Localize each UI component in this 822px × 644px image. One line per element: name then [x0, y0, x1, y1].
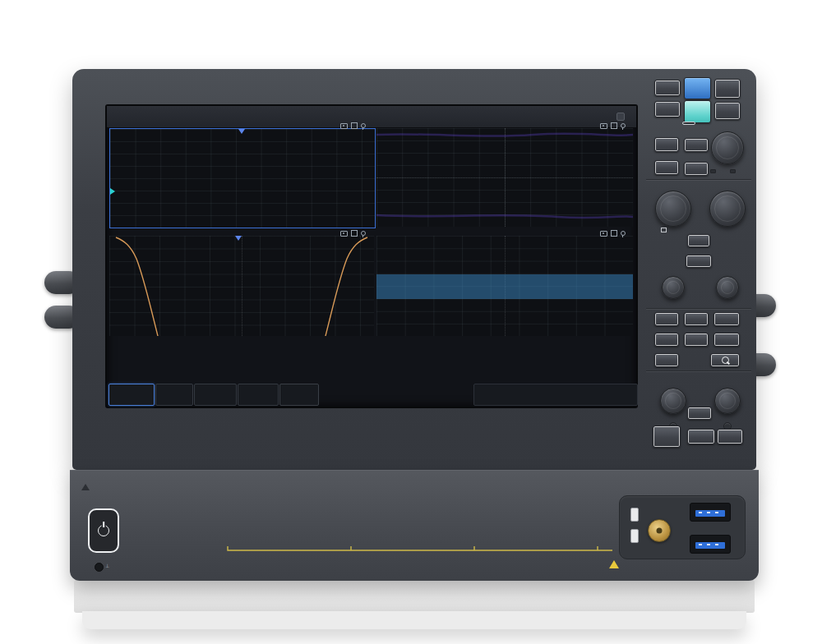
vertical-scale-knob[interactable] — [655, 191, 691, 227]
pane-toolbar — [600, 122, 626, 129]
trigger-level — [568, 391, 598, 398]
scope-body — [72, 69, 756, 470]
magnifier-icon — [722, 356, 729, 364]
pin-icon[interactable] — [621, 123, 626, 128]
navigate-button[interactable] — [687, 429, 715, 444]
search-button[interactable] — [710, 353, 740, 367]
status-cluster — [605, 113, 636, 121]
pane-eye-diagram[interactable] — [376, 128, 633, 227]
eye-descriptor[interactable] — [238, 384, 279, 406]
cal-output-slot — [630, 529, 639, 543]
pane-toolbar — [600, 230, 626, 237]
trigger-source — [568, 384, 598, 391]
camera-icon[interactable] — [340, 231, 348, 237]
channel-3-button[interactable] — [654, 333, 679, 347]
trigger-mode — [545, 391, 568, 398]
bus-indicator-icon[interactable] — [616, 113, 625, 121]
base-lip — [82, 611, 746, 629]
camera-icon[interactable] — [600, 231, 607, 237]
roll-button[interactable] — [687, 234, 710, 247]
clock-time — [598, 391, 630, 398]
measurement-table — [109, 338, 455, 382]
menu-bar — [107, 106, 636, 128]
trigger-setup-button[interactable] — [654, 137, 679, 152]
add-channel-box[interactable] — [279, 384, 319, 406]
footer-status[interactable] — [473, 384, 638, 406]
control-panel — [641, 69, 756, 470]
variable-label — [659, 228, 667, 233]
math-button[interactable] — [654, 353, 679, 367]
clock-date — [598, 398, 630, 405]
run-stop-button[interactable] — [714, 79, 741, 99]
cal-output-slot — [630, 508, 639, 522]
divider — [646, 308, 751, 309]
trigger-level-knob[interactable] — [711, 131, 744, 164]
trigger-single-button[interactable] — [684, 162, 709, 176]
trigger-position-marker[interactable] — [238, 129, 245, 134]
trigger-auto-button[interactable] — [654, 160, 679, 175]
horizontal-position-knob[interactable] — [716, 276, 739, 299]
save-button[interactable] — [654, 80, 681, 96]
pin-icon[interactable] — [621, 231, 626, 236]
trigd-led — [730, 169, 736, 173]
trigger-type — [545, 398, 568, 405]
auto-setup-button[interactable] — [684, 77, 711, 99]
trigger-section-label — [682, 122, 695, 125]
fullscreen-icon[interactable] — [611, 122, 617, 129]
input-warning — [609, 560, 623, 568]
pane-bathtub-curve[interactable] — [109, 236, 374, 336]
measure-button[interactable] — [686, 255, 712, 268]
channel-level-marker — [110, 188, 115, 195]
pin-icon[interactable] — [361, 231, 366, 236]
pin-icon[interactable] — [361, 123, 366, 128]
pane-toolbar — [340, 122, 366, 129]
usb-port — [690, 535, 731, 554]
trigger-position-marker[interactable] — [235, 236, 242, 241]
ready-led — [710, 169, 716, 173]
channel-1-button[interactable] — [654, 312, 679, 326]
timebase-points — [476, 398, 502, 405]
timebase-delay — [476, 391, 502, 398]
function-descriptor-f1[interactable] — [155, 384, 193, 406]
aux-connector-panel — [619, 495, 746, 559]
channel-4-button[interactable] — [684, 333, 709, 347]
trigger-normal-button[interactable] — [684, 138, 709, 152]
default-button[interactable] — [684, 100, 711, 123]
channel-descriptor-c3[interactable] — [109, 384, 155, 406]
universal-a-knob[interactable] — [660, 388, 686, 414]
camera-icon[interactable] — [600, 123, 607, 129]
function-descriptor-f3[interactable] — [194, 384, 237, 406]
ref-button[interactable] — [713, 312, 740, 326]
timebase-label — [476, 384, 502, 391]
adjust-b-knob[interactable] — [714, 388, 741, 414]
pane-jitter-track[interactable] — [376, 236, 633, 336]
base — [74, 580, 755, 613]
pane-channel-waveform[interactable] — [109, 128, 376, 228]
connector-panel: ⊥ — [70, 470, 759, 581]
esd-warning-icon — [609, 560, 619, 568]
sample-rate — [502, 398, 545, 405]
vertical-position-knob[interactable] — [662, 276, 685, 299]
memory-button[interactable] — [713, 333, 740, 347]
clear-sweeps-button[interactable] — [714, 102, 741, 120]
trigger-label — [545, 384, 568, 391]
oscilloscope: ⊥ — [0, 0, 822, 644]
trigger-slope — [568, 398, 598, 405]
user-button[interactable] — [717, 429, 743, 444]
fullscreen-icon[interactable] — [351, 122, 358, 129]
fullscreen-icon[interactable] — [351, 230, 358, 237]
camera-icon[interactable] — [340, 123, 348, 129]
timebase-scale — [502, 391, 545, 398]
usb-port — [690, 503, 731, 522]
divider — [646, 179, 751, 180]
sma-connector — [648, 519, 671, 542]
pane-toolbar — [340, 230, 366, 237]
display-persist-button[interactable] — [653, 426, 681, 448]
divider — [646, 370, 751, 371]
channel-2-button[interactable] — [684, 312, 709, 326]
horizontal-scale-knob[interactable] — [709, 191, 746, 227]
fullscreen-icon[interactable] — [611, 230, 617, 237]
touch-button[interactable] — [654, 101, 681, 117]
screen[interactable] — [105, 104, 638, 408]
cursors-button[interactable] — [687, 407, 712, 420]
